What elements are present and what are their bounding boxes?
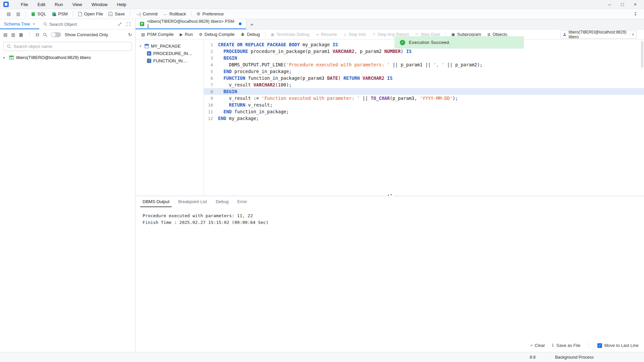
panel-collapse-icon[interactable]: ▾ — [390, 193, 392, 196]
save-file-download-icon: ↧ — [551, 343, 554, 348]
chevron-down-icon[interactable]: ▾ — [140, 44, 143, 48]
collapse-all-icon[interactable]: ⊟ — [36, 32, 39, 37]
commit-button[interactable]: →| Commit — [132, 10, 160, 18]
refresh-icon[interactable]: ↻ — [128, 32, 132, 37]
connection-selector[interactable]: tibero(TIBERO@localhost:8629) tibero ▾ — [560, 31, 637, 39]
toolbar-separator — [73, 11, 73, 17]
code-line[interactable]: 7 v_result VARCHAR2(100); — [204, 81, 644, 88]
object-search-box — [3, 42, 132, 51]
open-file-icon — [78, 12, 82, 16]
new-window-button[interactable]: ▥ — [13, 10, 23, 18]
export-button[interactable]: ↧ — [631, 10, 640, 18]
new-sql-editor-button[interactable]: ▤ — [4, 10, 13, 18]
line-number[interactable]: 8 — [204, 89, 218, 94]
package-tree-procedure[interactable]: ▸ PROCEDURE_IN… — [136, 50, 204, 57]
debug-button[interactable]: Debug — [237, 31, 263, 39]
editor-area: ▾ MY_PACKAGE ▸ PROCEDURE_IN… f FUNCTION_… — [136, 40, 644, 196]
restore-panel-icon[interactable] — [118, 22, 122, 26]
connection-tree-root[interactable]: ▸ tibero(TIBERO@localhost:8629) tibero — [0, 53, 135, 62]
psm-compile-button[interactable]: ▤ PSM Compile — [138, 31, 177, 39]
open-file-button[interactable]: Open File — [75, 10, 106, 18]
code-line[interactable]: 4 DBMS_OUTPUT.PUT_LINE('Procedure execut… — [204, 61, 644, 68]
code-line[interactable]: 12END my_package; — [204, 115, 644, 122]
object-search-input[interactable] — [13, 44, 128, 49]
menu-view[interactable]: View — [68, 0, 87, 9]
success-check-icon: ✓ — [400, 40, 405, 45]
open-file-label: Open File — [84, 11, 103, 16]
panel-collapse-control[interactable]: ▴ ▾ — [386, 193, 393, 196]
clear-button[interactable]: × Clear — [530, 343, 545, 348]
tab-search-object[interactable]: Search Object — [39, 19, 81, 29]
tree-search-icon[interactable] — [43, 33, 47, 37]
tab-error[interactable]: Error — [233, 196, 252, 207]
line-number[interactable]: 3 — [204, 56, 218, 61]
sql-button[interactable]: SQL — [28, 10, 49, 18]
debug-compile-button[interactable]: ⚙ Debug Compile — [196, 31, 237, 39]
line-number[interactable]: 12 — [204, 116, 218, 121]
search-icon — [7, 44, 11, 49]
close-button[interactable]: × — [634, 2, 637, 7]
output-line: Procedure executed with parameters: 11, … — [143, 213, 644, 219]
new-tab-button[interactable]: + — [246, 19, 258, 29]
move-to-last-line-checkbox[interactable]: ✓ — [597, 343, 602, 348]
code-line[interactable]: 3 BEGIN — [204, 55, 644, 61]
editor-scrollbar[interactable] — [641, 41, 643, 68]
line-number[interactable]: 11 — [204, 109, 218, 114]
preference-gear-icon: ⚙ — [197, 11, 201, 16]
line-number[interactable]: 6 — [204, 76, 218, 81]
schema-tree-close-icon[interactable]: × — [33, 21, 35, 26]
minimize-button[interactable]: – — [608, 2, 611, 7]
editor-tab-psm1[interactable]: P <tibero(TIBERO@localhost:8629) tibero>… — [136, 19, 246, 29]
panel-expand-icon[interactable]: ▴ — [387, 193, 389, 196]
menu-run[interactable]: Run — [50, 0, 68, 9]
code-line[interactable]: 11 END function_in_package; — [204, 108, 644, 115]
code-line[interactable]: 9 v_result := 'Function executed with pa… — [204, 95, 644, 102]
preference-button[interactable]: ⚙ Preference — [194, 10, 226, 18]
rollback-button[interactable]: ← Rollback — [160, 10, 189, 18]
package-tree-function[interactable]: f FUNCTION_IN… — [136, 57, 204, 64]
menu-window[interactable]: Window — [87, 0, 112, 9]
step-into-button[interactable]: ↴ Step Into — [340, 31, 369, 39]
line-number[interactable]: 4 — [204, 62, 218, 67]
line-number[interactable]: 7 — [204, 82, 218, 87]
code-line[interactable]: 2 PROCEDURE procedure_in_package(p_param… — [204, 48, 644, 55]
save-button[interactable]: Save — [106, 10, 127, 18]
move-to-last-line-option[interactable]: ✓ Move to Last Line — [597, 343, 639, 348]
compile-icon: ▤ — [141, 32, 145, 37]
psm-button[interactable]: PSM — [49, 10, 70, 18]
tab-debug[interactable]: Debug — [211, 196, 233, 207]
add-connection-icon[interactable]: ▤ — [3, 32, 7, 37]
expand-panel-icon[interactable] — [126, 22, 130, 26]
edit-connection-icon[interactable]: ▥ — [11, 32, 15, 37]
line-number[interactable]: 2 — [204, 49, 218, 54]
statusbar: 8:8 Background Process — [0, 352, 644, 362]
step-return-icon: ↰ — [372, 32, 375, 37]
save-as-file-button[interactable]: ↧ Save as File — [551, 343, 581, 348]
show-connected-only-toggle[interactable] — [51, 32, 61, 37]
remove-connection-icon[interactable]: ▦ — [19, 32, 23, 37]
line-number[interactable]: 10 — [204, 103, 218, 108]
resume-button[interactable]: ↠ Resume — [313, 31, 340, 39]
menu-file[interactable]: File — [16, 0, 33, 9]
run-button[interactable]: ▶ Run — [177, 31, 196, 39]
code-line[interactable]: 5 END procedure_in_package; — [204, 68, 644, 75]
line-number[interactable]: 1 — [204, 42, 218, 47]
tab-dbms-output[interactable]: DBMS Output — [138, 196, 174, 207]
function-icon: f — [147, 59, 151, 63]
line-number[interactable]: 5 — [204, 69, 218, 74]
terminate-debug-button[interactable]: ◼ Terminate Debug — [268, 31, 313, 39]
code-line[interactable]: 8 BEGIN — [204, 88, 644, 95]
tab-breakpoint-list[interactable]: Breakpoint List — [174, 196, 211, 207]
line-number[interactable]: 9 — [204, 96, 218, 101]
maximize-button[interactable]: □ — [621, 2, 624, 7]
menu-help[interactable]: Help — [112, 0, 131, 9]
move-to-last-line-label: Move to Last Line — [604, 343, 639, 348]
code-line[interactable]: 10 RETURN v_result; — [204, 102, 644, 108]
package-tree-root[interactable]: ▾ MY_PACKAGE — [136, 42, 204, 50]
code-line[interactable]: 6 FUNCTION function_in_package(p_param3 … — [204, 75, 644, 81]
menu-edit[interactable]: Edit — [33, 0, 50, 9]
tab-schema-tree[interactable]: Schema Tree × — [0, 19, 39, 29]
code-editor[interactable]: 1CREATE OR REPLACE PACKAGE BODY my_packa… — [204, 40, 644, 196]
caret-down-icon: ▾ — [630, 33, 634, 36]
chevron-right-icon[interactable]: ▸ — [3, 55, 7, 60]
